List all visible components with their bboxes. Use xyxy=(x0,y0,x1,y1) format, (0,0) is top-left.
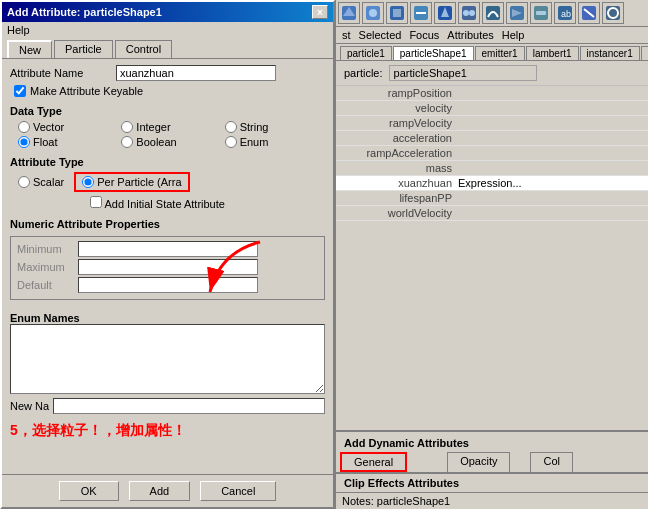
toolbar-btn-4[interactable] xyxy=(410,2,432,24)
menu-item-focus[interactable]: Focus xyxy=(409,29,439,41)
radio-float-label: Float xyxy=(33,136,57,148)
data-type-label: Data Type xyxy=(10,105,325,117)
ok-button[interactable]: OK xyxy=(59,481,119,501)
minimum-label: Minimum xyxy=(17,243,72,255)
toolbar-btn-6[interactable] xyxy=(458,2,480,24)
clip-effects-label: Clip Effects Attributes xyxy=(344,477,640,489)
attribute-name-row: Attribute Name xyxy=(10,65,325,81)
add-initial-state-row: Add Initial State Attribute xyxy=(10,196,325,210)
radio-string[interactable] xyxy=(225,121,237,133)
svg-point-3 xyxy=(369,9,377,17)
particle-label: particle: xyxy=(344,67,383,79)
dynamic-tab-general[interactable]: General xyxy=(340,452,407,472)
dialog-buttons: OK Add Cancel xyxy=(2,474,333,507)
new-name-row: New Na xyxy=(10,398,325,414)
dynamic-tab-col[interactable]: Col xyxy=(530,452,573,472)
attr-list: rampPosition velocity rampVelocity accel… xyxy=(336,86,648,430)
menu-item-selected[interactable]: Selected xyxy=(359,29,402,41)
attribute-name-label: Attribute Name xyxy=(10,67,110,79)
svg-rect-5 xyxy=(393,9,401,17)
maximum-label: Maximum xyxy=(17,261,72,273)
tab-emitter1[interactable]: emitter1 xyxy=(475,46,525,60)
toolbar-btn-1[interactable] xyxy=(338,2,360,24)
notes-bar: Notes: particleShape1 xyxy=(336,492,648,509)
clip-effects-section: Clip Effects Attributes xyxy=(336,472,648,492)
add-initial-state-checkbox[interactable] xyxy=(90,196,102,208)
particle-row: particle: xyxy=(336,61,648,86)
enum-names-label: Enum Names xyxy=(10,312,325,324)
attribute-type-label: Attribute Type xyxy=(10,156,325,168)
attr-type-row: Scalar Per Particle (Arra xyxy=(10,172,325,192)
add-dynamic-label: Add Dynamic Attributes xyxy=(336,435,648,451)
enum-names-textarea[interactable] xyxy=(10,324,325,394)
minimum-input[interactable] xyxy=(78,241,258,257)
radio-string-label: String xyxy=(240,121,269,133)
maximum-row: Maximum xyxy=(17,259,318,275)
numeric-properties-label: Numeric Attribute Properties xyxy=(10,218,325,230)
dynamic-tab-opacity[interactable]: Opacity xyxy=(447,452,510,472)
radio-per-particle[interactable] xyxy=(82,176,94,188)
new-name-input[interactable] xyxy=(53,398,325,414)
add-dynamic-section: Add Dynamic Attributes General Opacity C… xyxy=(336,430,648,472)
minimum-row: Minimum xyxy=(17,241,318,257)
attr-item-rampPosition: rampPosition xyxy=(336,86,648,101)
toolbar-btn-8[interactable] xyxy=(506,2,528,24)
radio-vector-row: Vector xyxy=(18,121,118,133)
radio-float[interactable] xyxy=(18,136,30,148)
radio-integer-label: Integer xyxy=(136,121,170,133)
toolbar-btn-12[interactable] xyxy=(602,2,624,24)
tab-particle1[interactable]: particle1 xyxy=(340,46,392,60)
dialog-title: Add Attribute: particleShape1 xyxy=(7,6,162,18)
default-label: Default xyxy=(17,279,72,291)
tab-particle[interactable]: Particle xyxy=(54,40,113,58)
toolbar-btn-10[interactable]: ab xyxy=(554,2,576,24)
toolbar-btn-11[interactable] xyxy=(578,2,600,24)
new-name-label: New Na xyxy=(10,400,49,412)
svg-point-12 xyxy=(469,10,475,16)
radio-string-row: String xyxy=(225,121,325,133)
particle-input[interactable] xyxy=(389,65,537,81)
menu-item-help[interactable]: Help xyxy=(502,29,525,41)
menu-item-attributes[interactable]: Attributes xyxy=(447,29,493,41)
attr-name-rampVelocity: rampVelocity xyxy=(336,117,456,129)
toolbar-btn-7[interactable] xyxy=(482,2,504,24)
dialog-menu[interactable]: Help xyxy=(2,22,333,38)
radio-scalar-label: Scalar xyxy=(33,176,64,188)
radio-vector[interactable] xyxy=(18,121,30,133)
notes-label: Notes: particleShape1 xyxy=(342,495,450,507)
toolbar-btn-9[interactable] xyxy=(530,2,552,24)
toolbar-btn-2[interactable] xyxy=(362,2,384,24)
default-row: Default xyxy=(17,277,318,293)
attr-item-worldVelocity: worldVelocity xyxy=(336,206,648,221)
radio-integer[interactable] xyxy=(121,121,133,133)
radio-enum[interactable] xyxy=(225,136,237,148)
tab-control[interactable]: Control xyxy=(115,40,172,58)
close-button[interactable]: × xyxy=(312,5,328,19)
cancel-button[interactable]: Cancel xyxy=(200,481,276,501)
menu-item-st[interactable]: st xyxy=(342,29,351,41)
radio-scalar[interactable] xyxy=(18,176,30,188)
toolbar-btn-3[interactable] xyxy=(386,2,408,24)
tab-particleshape1[interactable]: particleShape1 xyxy=(393,46,474,60)
attr-item-velocity: velocity xyxy=(336,101,648,116)
default-input[interactable] xyxy=(78,277,258,293)
maximum-input[interactable] xyxy=(78,259,258,275)
toolbar-btn-5[interactable] xyxy=(434,2,456,24)
attr-name-rampAcceleration: rampAcceleration xyxy=(336,147,456,159)
help-menu-item[interactable]: Help xyxy=(7,24,30,36)
radio-boolean[interactable] xyxy=(121,136,133,148)
tab-lambert1[interactable]: lambert1 xyxy=(526,46,579,60)
tab-gra[interactable]: gra xyxy=(641,46,648,60)
attribute-name-input[interactable] xyxy=(116,65,276,81)
attr-value-xuanzhuan[interactable]: Expression... xyxy=(456,177,648,189)
right-menu-bar: st Selected Focus Attributes Help xyxy=(336,27,648,44)
svg-text:ab: ab xyxy=(561,9,571,19)
tab-instancer1[interactable]: instancer1 xyxy=(580,46,640,60)
add-initial-state-label: Add Initial State Attribute xyxy=(104,198,224,210)
add-button[interactable]: Add xyxy=(129,481,191,501)
tab-new[interactable]: New xyxy=(7,40,52,58)
radio-per-particle-row: Per Particle (Arra xyxy=(74,172,189,192)
add-attribute-dialog: Add Attribute: particleShape1 × Help New… xyxy=(0,0,335,509)
radio-enum-row: Enum xyxy=(225,136,325,148)
make-keyable-checkbox[interactable] xyxy=(14,85,26,97)
